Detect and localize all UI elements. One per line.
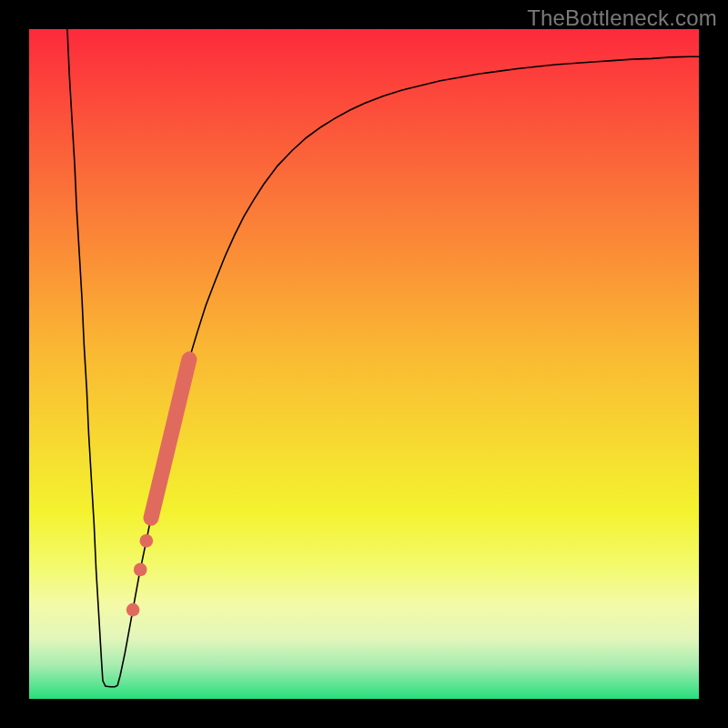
chart-frame bbox=[0, 699, 728, 728]
plot-background bbox=[29, 29, 699, 699]
data-marker bbox=[134, 563, 147, 577]
chart-frame bbox=[699, 0, 728, 728]
watermark-text: TheBottleneck.com bbox=[527, 5, 717, 31]
data-marker bbox=[126, 603, 140, 617]
data-marker bbox=[139, 534, 153, 548]
chart-canvas bbox=[0, 0, 728, 728]
chart-frame bbox=[0, 0, 29, 728]
bottleneck-chart: TheBottleneck.com bbox=[0, 0, 728, 728]
